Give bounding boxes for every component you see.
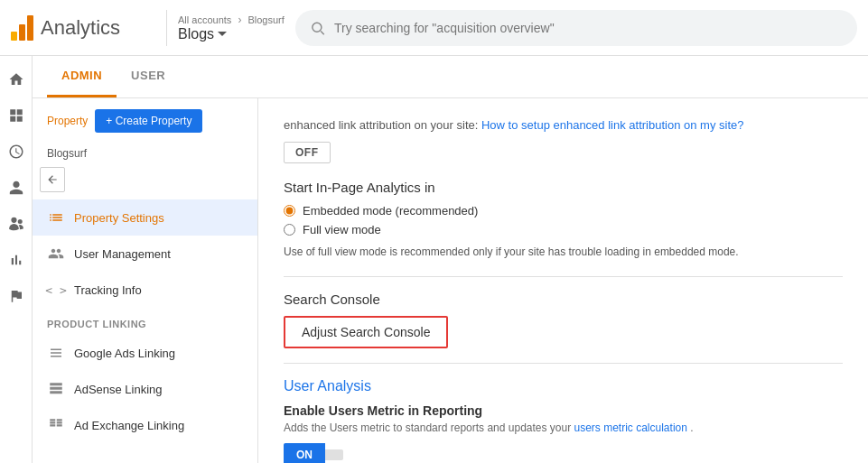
off-toggle-button[interactable]: OFF [284,142,331,163]
create-property-button[interactable]: + Create Property [95,109,202,133]
google-ads-icon [47,344,65,362]
embedded-radio-input[interactable] [284,205,295,217]
breadcrumb: All accounts › Blogsurf [178,14,285,26]
sidebar-item-behavior[interactable] [0,244,33,276]
on-toggle-button[interactable]: ON [284,443,325,464]
all-accounts-link[interactable]: All accounts [178,14,231,25]
sidebar-item-user-management[interactable]: User Management [33,236,257,272]
full-view-mode-radio[interactable]: Full view mode [284,223,843,236]
blogsurf-label: Blogsurf [33,144,257,167]
dashboard-icon [8,107,24,124]
logo-icon [11,15,33,41]
back-icon [46,173,59,186]
embedded-mode-label: Embedded mode (recommended) [303,204,478,218]
search-icon [310,20,325,36]
adsense-icon [47,380,65,398]
ad-exchange-label: Ad Exchange Linking [74,419,184,432]
ad-exchange-icon [47,416,65,434]
sidebar-item-dashboard[interactable] [0,99,33,132]
tab-user[interactable]: USER [117,56,180,97]
clock-icon [8,144,24,160]
sidebar-item-property-settings[interactable]: Property Settings [33,199,257,236]
main-content: Property + Create Property Blogsurf Prop… [33,98,868,463]
settings-icon [47,208,65,227]
full-view-radio-input[interactable] [284,224,295,236]
sidebar-top: Property + Create Property [33,98,257,144]
person-icon [8,180,24,196]
content-area: ADMIN USER Property + Create Property Bl… [33,56,868,463]
svg-rect-2 [50,383,62,385]
off-toggle-button-sm[interactable] [325,449,343,460]
sidebar-item-realtime[interactable] [0,135,33,168]
right-panel: enhanced link attribution on your site: … [258,98,868,463]
breadcrumb-sep: › [238,14,241,26]
metric-title: Enable Users Metric in Reporting [284,403,843,418]
svg-point-0 [313,23,322,32]
tracking-info-label: Tracking Info [74,283,142,297]
sidebar-item-google-ads[interactable]: Google Ads Linking [33,335,257,371]
metric-desc: Adds the Users metric to standard report… [284,421,843,434]
tab-admin[interactable]: ADMIN [47,56,117,97]
account-area: All accounts › Blogsurf Blogs [178,14,285,42]
info-text: enhanced link attribution on your site: … [284,116,843,134]
star-icon [8,216,24,232]
home-icon [8,71,24,88]
users-metric-calculation-link[interactable]: users metric calculation [574,421,687,434]
flag-icon [8,288,24,304]
search-console-title: Search Console [284,292,843,307]
sidebar-item-audience[interactable] [0,171,33,204]
section-divider-2 [284,363,843,364]
tracking-icon: < > [47,281,65,299]
embedded-mode-radio[interactable]: Embedded mode (recommended) [284,204,843,218]
product-linking-section-label: PRODUCT LINKING [33,308,257,335]
svg-rect-4 [50,391,62,394]
logo-area: Analytics [11,15,155,41]
app-title: Analytics [41,16,120,40]
search-console-section: Search Console Adjust Search Console [284,292,843,348]
search-input[interactable] [334,21,843,35]
svg-rect-3 [50,387,62,390]
full-view-mode-label: Full view mode [303,223,381,236]
toggle-row: OFF [284,142,843,163]
radio-group: Embedded mode (recommended) Full view mo… [284,204,843,236]
blog-selector-label: Blogs [178,26,214,42]
adsense-label: AdSense Linking [74,383,163,396]
on-off-toggle: ON [284,443,843,464]
user-analysis-title: User Analysis [284,378,843,394]
chevron-down-icon [218,32,227,36]
tab-bar: ADMIN USER [33,56,868,98]
google-ads-label: Google Ads Linking [74,347,175,360]
sidebar-item-conversions[interactable] [0,280,33,312]
search-bar[interactable] [295,10,857,46]
property-label: Property [47,115,88,127]
svg-line-1 [321,31,324,34]
sidebar-item-home[interactable] [0,63,33,96]
layout: ADMIN USER Property + Create Property Bl… [0,56,868,463]
icon-nav [0,56,33,463]
user-management-label: User Management [74,247,171,261]
enhanced-link-attribution-link[interactable]: How to setup enhanced link attribution o… [481,118,744,132]
header-divider [166,10,167,46]
user-management-icon [47,245,65,263]
header: Analytics All accounts › Blogsurf Blogs [0,0,868,56]
mode-note: Use of full view mode is recommended onl… [284,244,843,260]
sidebar-item-tracking-info[interactable]: < > Tracking Info [33,272,257,308]
blog-selector[interactable]: Blogs [178,26,285,42]
bar-chart-icon [8,252,24,268]
sidebar: Property + Create Property Blogsurf Prop… [33,98,258,463]
sidebar-item-acquisition[interactable] [0,208,33,240]
sidebar-item-ad-exchange[interactable]: Ad Exchange Linking [33,407,257,443]
back-button[interactable] [40,167,65,192]
in-page-analytics-title: Start In-Page Analytics in [284,180,843,195]
property-settings-label: Property Settings [74,211,164,225]
section-divider-1 [284,276,843,277]
sidebar-item-adsense[interactable]: AdSense Linking [33,371,257,407]
adjust-search-console-button[interactable]: Adjust Search Console [284,316,448,348]
account-name: Blogsurf [247,14,284,25]
